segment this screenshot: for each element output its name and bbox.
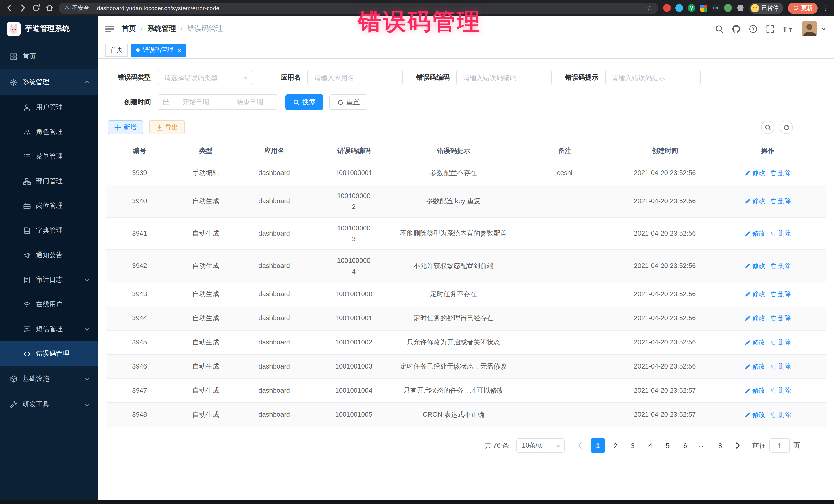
sidebar-item-audit-log[interactable]: 审计日志 bbox=[0, 267, 97, 292]
search-button[interactable]: 搜索 bbox=[285, 94, 323, 110]
page-button-3[interactable]: 3 bbox=[626, 438, 640, 453]
delete-label: 删除 bbox=[778, 261, 791, 270]
back-icon[interactable] bbox=[5, 4, 14, 12]
edit-link[interactable]: 修改 bbox=[745, 289, 765, 299]
search-icon[interactable] bbox=[715, 24, 724, 33]
edit-link[interactable]: 修改 bbox=[745, 168, 765, 178]
sidebar-item-infra[interactable]: 基础设施 bbox=[0, 366, 97, 392]
reload-icon[interactable] bbox=[32, 4, 41, 12]
forward-icon[interactable] bbox=[19, 4, 27, 12]
error-hint-input[interactable] bbox=[605, 70, 701, 85]
page-size-select[interactable] bbox=[516, 438, 565, 453]
avatar[interactable] bbox=[802, 21, 817, 37]
edit-link[interactable]: 修改 bbox=[745, 229, 765, 238]
toggle-search-button[interactable] bbox=[761, 120, 774, 134]
edit-link[interactable]: 修改 bbox=[745, 362, 765, 371]
app-name-input[interactable] bbox=[307, 70, 403, 85]
sidebar-item-sms[interactable]: 短信管理 bbox=[0, 317, 97, 341]
filter-error-hint: 错误码提示 bbox=[565, 70, 701, 85]
delete-link[interactable]: 删除 bbox=[770, 338, 791, 347]
table-toolbar: 新增 导出 bbox=[106, 120, 826, 134]
sidebar-item-system[interactable]: 系统管理 bbox=[0, 69, 97, 95]
profile-chip[interactable]: 已暂停 bbox=[749, 2, 783, 14]
refresh-table-button[interactable] bbox=[780, 120, 793, 134]
page-button-8[interactable]: 8 bbox=[713, 438, 727, 453]
close-icon[interactable]: × bbox=[178, 47, 181, 53]
color-grid-extension-icon[interactable] bbox=[700, 4, 707, 12]
page-size-input[interactable] bbox=[516, 438, 565, 453]
chevron-down-icon[interactable] bbox=[821, 26, 826, 31]
delete-link[interactable]: 删除 bbox=[770, 362, 791, 371]
sidebar-item-dict[interactable]: 字典管理 bbox=[0, 218, 97, 243]
delete-link[interactable]: 删除 bbox=[770, 386, 791, 395]
sidebar-item-error-code[interactable]: 错误码管理 bbox=[0, 341, 97, 366]
sidebar-item-menu[interactable]: 菜单管理 bbox=[0, 144, 97, 169]
sidebar-item-user[interactable]: 用户管理 bbox=[0, 95, 97, 119]
browser-home-icon[interactable] bbox=[45, 4, 54, 12]
sidebar-item-notice[interactable]: 通知公告 bbox=[0, 243, 97, 267]
page-button-1[interactable]: 1 bbox=[591, 438, 605, 453]
error-type-select[interactable] bbox=[158, 70, 253, 85]
error-code-input[interactable] bbox=[456, 70, 552, 85]
page-more-button[interactable]: ··· bbox=[696, 438, 710, 453]
sidebar-item-home[interactable]: 首页 bbox=[0, 44, 97, 69]
delete-link[interactable]: 删除 bbox=[770, 289, 791, 299]
delete-link[interactable]: 删除 bbox=[770, 410, 791, 419]
font-size-icon[interactable]: TT bbox=[783, 24, 793, 33]
sidebar-item-online-user[interactable]: 在线用户 bbox=[0, 292, 97, 317]
next-page-button[interactable] bbox=[730, 438, 745, 453]
delete-link[interactable]: 删除 bbox=[770, 229, 791, 238]
tab-home[interactable]: 首页 bbox=[105, 43, 128, 57]
sidebar-item-dept[interactable]: 部门管理 bbox=[0, 169, 97, 194]
green-leaf-extension-icon[interactable] bbox=[724, 4, 732, 12]
edit-link[interactable]: 修改 bbox=[745, 386, 765, 395]
edit-link[interactable]: 修改 bbox=[745, 261, 765, 270]
delete-link[interactable]: 删除 bbox=[770, 168, 791, 178]
sidebar-item-role[interactable]: 角色管理 bbox=[0, 119, 97, 144]
table-row: 3941自动生成dashboard1001000003不能删除类型为系统内置的参… bbox=[106, 218, 826, 250]
puzzle-extension-icon[interactable] bbox=[737, 4, 745, 12]
add-button[interactable]: 新增 bbox=[108, 120, 143, 134]
green-check-extension-icon[interactable]: V bbox=[688, 4, 696, 12]
hamburger-icon[interactable] bbox=[105, 25, 114, 32]
page-button-6[interactable]: 6 bbox=[678, 438, 692, 453]
blue-dot-extension-icon[interactable] bbox=[675, 4, 683, 12]
delete-link[interactable]: 删除 bbox=[770, 197, 791, 206]
page-button-2[interactable]: 2 bbox=[608, 438, 622, 453]
update-button[interactable]: 更新 bbox=[788, 2, 817, 14]
app-logo[interactable]: 芋道管理系统 bbox=[0, 16, 97, 42]
page-button-4[interactable]: 4 bbox=[643, 438, 657, 453]
sidebar-item-devtools[interactable]: 研发工具 bbox=[0, 392, 97, 417]
column-header: 错误码编码 bbox=[310, 140, 397, 161]
table-row: 3944自动生成dashboard1001001001定时任务的处理器已经存在2… bbox=[106, 306, 826, 330]
edit-link[interactable]: 修改 bbox=[745, 313, 765, 323]
page-button-5[interactable]: 5 bbox=[660, 438, 675, 453]
breadcrumb-item[interactable]: 系统管理 bbox=[147, 24, 176, 34]
edit-link[interactable]: 修改 bbox=[745, 197, 765, 206]
security-indicator[interactable]: ⚠ 不安全 bbox=[64, 4, 89, 12]
date-range-picker[interactable]: 开始日期 - 结束日期 bbox=[158, 94, 277, 110]
cell-type: 自动生成 bbox=[174, 306, 238, 330]
reset-button[interactable]: 重置 bbox=[329, 94, 368, 110]
bookmark-star-icon[interactable]: ☆ bbox=[647, 5, 653, 11]
on-badge-extension-icon[interactable]: on bbox=[712, 4, 720, 12]
github-icon[interactable] bbox=[732, 24, 741, 33]
edit-link[interactable]: 修改 bbox=[745, 338, 765, 347]
delete-link[interactable]: 删除 bbox=[770, 261, 791, 270]
tab-error-code[interactable]: 错误码管理× bbox=[131, 43, 186, 57]
cell-remark bbox=[510, 306, 620, 330]
help-icon[interactable] bbox=[749, 24, 758, 33]
sidebar-item-post[interactable]: 岗位管理 bbox=[0, 194, 97, 218]
delete-link[interactable]: 删除 bbox=[770, 313, 791, 323]
breadcrumb-item[interactable]: 首页 bbox=[122, 24, 136, 34]
browser-menu-icon[interactable]: ⋮ bbox=[822, 4, 829, 12]
column-header: 类型 bbox=[174, 140, 238, 161]
fullscreen-icon[interactable] bbox=[766, 24, 774, 33]
cell-remark bbox=[510, 330, 620, 354]
delete-icon bbox=[770, 315, 776, 321]
edit-link[interactable]: 修改 bbox=[745, 410, 765, 419]
red-circle-extension-icon[interactable] bbox=[663, 4, 671, 12]
delete-label: 删除 bbox=[778, 229, 791, 238]
export-button[interactable]: 导出 bbox=[149, 120, 185, 134]
goto-page-input[interactable] bbox=[769, 438, 790, 453]
